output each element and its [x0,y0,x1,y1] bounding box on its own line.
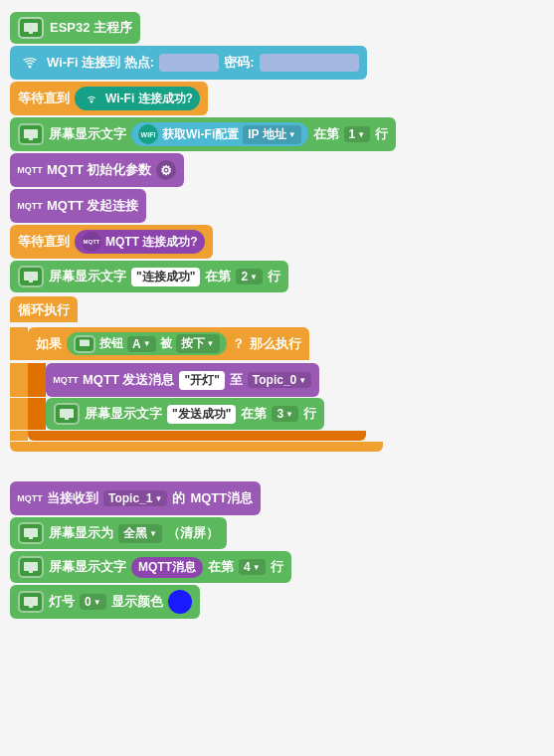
svg-rect-14 [29,571,33,573]
screen-icon [18,17,44,39]
then-execute-label: 那么执行 [250,335,301,353]
all-black-dropdown[interactable]: 全黑 [118,524,162,543]
screen-mqtt-msg-block: 屏幕显示文字 MQTT消息 在第 4 行 [10,551,291,583]
mqtt-connect-label: MQTT 发起连接 [47,197,138,215]
wait-mqtt-row: 等待直到 MQTT MQTT 连接成功? [10,225,544,259]
lamp-num-dropdown[interactable]: 0 [80,594,106,610]
loop-header-block: 循环执行 [10,296,78,322]
row-num-1-dropdown[interactable]: 1 [344,126,371,142]
svg-rect-12 [29,537,33,539]
svg-point-2 [29,66,32,69]
screen-display-label-2: 屏幕显示文字 [49,268,126,285]
svg-rect-8 [80,340,90,346]
loop-left-2 [10,363,28,397]
wifi-icon-1 [18,51,42,75]
button-condition-block: 按钮 A 被 按下 [67,332,227,355]
screen-display-wifi-block: 屏幕显示文字 WIFI 获取Wi-Fi配置 IP 地址 在第 1 行 [10,117,396,151]
question-mark: ？ [232,335,245,353]
hotspot-input[interactable] [159,54,219,72]
svg-rect-10 [65,418,69,420]
wait-mqtt-label: 等待直到 [18,233,70,251]
wait-wifi-block: 等待直到 Wi-Fi 连接成功? [10,82,208,115]
wait-wifi-label: 等待直到 [18,90,70,107]
mqtt-init-label: MQTT 初始化参数 [47,161,151,179]
color-picker[interactable] [168,590,192,614]
button-a-dropdown[interactable]: A [127,336,156,352]
esp32-label: ESP32 主程序 [50,19,132,37]
row-label-1: 在第 [313,125,339,143]
loop-header-row: 循环执行 [10,296,544,322]
mqtt-icon-3: MQTT [82,232,101,252]
screen-clear-row: 屏幕显示为 全黑 （清屏） [10,517,544,549]
row-num-4-dropdown[interactable]: 4 [239,559,266,575]
if-block: 如果 按钮 A 被 按下 ？ 那么执行 [28,327,309,360]
screen-mqtt-msg-row: 屏幕显示文字 MQTT消息 在第 4 行 [10,551,544,583]
if-footer-row [10,431,544,441]
wifi-connect-label: Wi-Fi 连接到 热点: [47,54,154,72]
mqtt-message-block: MQTT消息 [131,557,203,578]
svg-point-3 [91,100,93,103]
svg-rect-5 [29,138,33,140]
screen-clear-block: 屏幕显示为 全黑 （清屏） [10,517,227,549]
screen-display-label: 屏幕显示文字 [49,125,126,143]
topic-0-dropdown[interactable]: Topic_0 [248,372,311,388]
button-label: 按钮 [99,335,123,352]
svg-rect-13 [24,562,38,571]
mqtt-icon-4: MQTT [54,368,78,392]
svg-rect-4 [24,129,38,138]
mqtt-connected-block: MQTT MQTT 连接成功? [75,230,205,254]
gear-icon[interactable]: ⚙ [156,160,176,180]
screen-icon-4 [74,335,95,353]
svg-rect-7 [29,281,33,283]
row-label-2: 在第 [205,268,231,285]
screen-icon-6 [18,522,44,544]
line-label-2: 行 [268,268,280,285]
mqtt-icon-5: MQTT [18,486,42,510]
receive-label: 当接收到 [47,489,98,507]
svg-rect-1 [29,32,33,34]
if-container: 如果 按钮 A 被 按下 ？ 那么执行 [10,325,544,452]
svg-rect-11 [24,528,38,537]
get-wifi-config-label: 获取Wi-Fi配置 [162,126,239,143]
screen-icon-3 [18,266,44,287]
wifi-icon-2 [82,89,101,108]
screen-display-label-3: 屏幕显示文字 [85,405,162,423]
mqtt-send-block: MQTT MQTT 发送消息 "开灯" 至 Topic_0 [46,363,319,397]
if-body: MQTT MQTT 发送消息 "开灯" 至 Topic_0 [10,363,544,430]
clear-label: （清屏） [167,524,219,542]
wifi-connect-block: Wi-Fi 连接到 热点: 密码: [10,46,367,80]
svg-rect-0 [24,23,38,32]
ip-address-dropdown[interactable]: IP 地址 [243,125,300,144]
mqtt-connect-row: MQTT MQTT 发起连接 [10,189,544,223]
mqtt-init-block: MQTT MQTT 初始化参数 ⚙ [10,153,184,187]
topic-1-dropdown[interactable]: Topic_1 [103,490,167,506]
wifi-connect-row: Wi-Fi 连接到 热点: 密码: [10,46,544,80]
of-label: 的 [172,489,185,507]
row-num-3-dropdown[interactable]: 3 [272,406,298,422]
turn-on-string: "开灯" [179,371,224,390]
row-num-2-dropdown[interactable]: 2 [236,269,263,284]
press-down-dropdown[interactable]: 按下 [176,334,220,353]
svg-rect-16 [29,606,33,608]
lamp-block: 灯号 0 显示颜色 [10,585,200,619]
receive-row: MQTT 当接收到 Topic_1 的 MQTT消息 [10,481,544,515]
wifi-icon-3: WIFI [138,124,158,144]
loop-label: 循环执行 [18,301,70,319]
loop-left-3 [10,398,28,430]
mqtt-message-val: MQTT消息 [138,559,196,576]
mqtt-icon-1: MQTT [18,158,42,182]
if-header-row: 如果 按钮 A 被 按下 ？ 那么执行 [10,327,544,360]
mqtt-message-label: MQTT消息 [190,489,253,507]
line-label-3: 行 [303,405,316,423]
password-label: 密码: [224,54,254,72]
screen-clear-label: 屏幕显示为 [49,524,113,542]
screen-icon-2 [18,123,44,145]
to-label: 至 [230,371,243,389]
screen-connection-success-block: 屏幕显示文字 "连接成功" 在第 2 行 [10,261,288,292]
password-input[interactable] [260,54,359,72]
canvas: ESP32 主程序 Wi-Fi 连接到 热点: 密码: 等待直到 [0,0,554,756]
loop-left-4 [10,431,28,441]
screen-display-wifi-row: 屏幕显示文字 WIFI 获取Wi-Fi配置 IP 地址 在第 1 行 [10,117,544,151]
row-label-3: 在第 [241,405,267,423]
connection-success-string: "连接成功" [131,268,200,286]
